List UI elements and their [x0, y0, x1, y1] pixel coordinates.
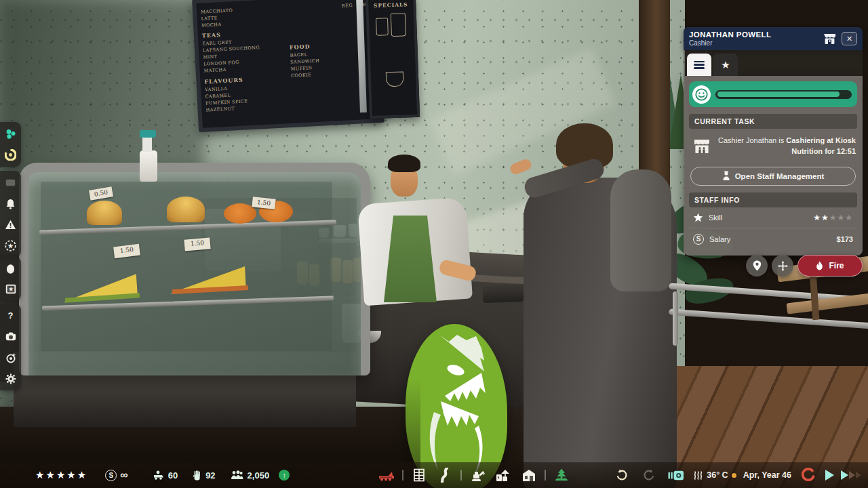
- staff-panel-tabs: ★: [684, 50, 863, 76]
- barista-hair: [388, 155, 420, 172]
- star-glyph: ★: [45, 469, 56, 481]
- photo-frame-icon[interactable]: ★: [5, 283, 16, 295]
- salary-coin-icon: S: [693, 234, 704, 245]
- sidebar-group-media: ★: [0, 256, 21, 301]
- workplace-shop-button[interactable]: [821, 31, 837, 46]
- staff-role: Cashier: [689, 39, 821, 47]
- facilities-tool-button[interactable]: [493, 467, 513, 483]
- staff-panel-header: JONATHAN POWELL Cashier ✕: [684, 27, 863, 50]
- open-staff-management-button[interactable]: Open Staff Management: [690, 167, 856, 186]
- flat-rides-tool-button[interactable]: [409, 467, 429, 483]
- customer-hood: [610, 169, 671, 291]
- current-task-header: CURRENT TASK: [689, 114, 857, 129]
- video-camera-icon: [668, 470, 684, 481]
- happiness-bar-track: [715, 90, 852, 99]
- tab-favorite[interactable]: ★: [713, 54, 738, 76]
- menu-food-list: BAGELSANDWICHMUFFINCOOKIE: [290, 49, 338, 79]
- staff-stat[interactable]: 92: [193, 470, 215, 481]
- staff-name: JONATHAN POWELL: [689, 30, 821, 39]
- star-glyph: ★: [813, 213, 821, 222]
- fast-forward-icon: [841, 470, 848, 480]
- paths-tool-button[interactable]: [435, 467, 455, 483]
- svg-text:★: ★: [7, 243, 14, 249]
- metal-rail: [669, 309, 868, 329]
- star-glyph: ★: [821, 213, 829, 222]
- settings-gear-icon[interactable]: [5, 373, 16, 384]
- star-glyph: ★: [837, 213, 845, 222]
- scenery-tool-button[interactable]: [519, 467, 539, 483]
- inbox-icon[interactable]: [5, 177, 16, 188]
- menu-flavour-list: VANILLACARAMELPUMPKIN SPICEHAZELNUT: [205, 82, 286, 113]
- happiness-smiley-icon: [692, 85, 711, 104]
- counter-terminal: [483, 284, 524, 303]
- sim-speed-dial[interactable]: [798, 467, 818, 483]
- hand-icon: [193, 470, 201, 481]
- cup-sketch: [376, 18, 389, 36]
- photo-mode-icon[interactable]: [5, 352, 16, 363]
- park-rating-stars[interactable]: ★★★★★: [35, 469, 87, 481]
- tab-overview[interactable]: [687, 54, 711, 76]
- close-button[interactable]: ✕: [842, 32, 857, 45]
- rides-stat[interactable]: 60: [153, 470, 178, 481]
- guests-stat[interactable]: 2,050: [231, 470, 270, 481]
- cup-sketch: [386, 71, 404, 87]
- specials-board: SPECIALS: [366, 0, 420, 119]
- undo-button[interactable]: [612, 467, 632, 483]
- skill-row: Skill ★★★★★: [689, 207, 857, 228]
- staff-panel-actions: Fire: [684, 255, 863, 277]
- weather-display[interactable]: 36° C: [693, 470, 736, 481]
- funds-display[interactable]: S ∞: [105, 469, 127, 481]
- salary-row: S Salary $173: [689, 228, 857, 250]
- trend-up-badge: ↑: [279, 470, 290, 481]
- menu-tea-list: EARL GREYLAPSANG SOUCHONGMINTLONDON FOGM…: [202, 37, 283, 75]
- facilities-icon: [495, 468, 511, 482]
- kiosk-icon: [693, 138, 711, 155]
- fire-button[interactable]: Fire: [797, 255, 863, 277]
- map-pin-icon: [753, 260, 762, 271]
- time-controls: 36° C Apr, Year 46: [612, 467, 861, 483]
- redo-button[interactable]: [639, 467, 659, 483]
- alerts-warning-icon[interactable]: [5, 219, 16, 230]
- fast-forward-icon-dim: [849, 471, 855, 479]
- guest-thoughts-icon[interactable]: [5, 128, 16, 140]
- cup-sketch: [391, 13, 406, 37]
- park-management-icon[interactable]: [5, 149, 16, 161]
- money-coin-icon: S: [105, 470, 117, 481]
- salary-label: Salary: [709, 235, 831, 243]
- skill-label: Skill: [709, 214, 808, 222]
- move-staff-button[interactable]: [772, 255, 793, 277]
- guests-icon: [231, 470, 243, 480]
- egg-icon[interactable]: [5, 262, 16, 274]
- play-button[interactable]: [825, 470, 834, 481]
- star-glyph: ★: [35, 469, 45, 481]
- game-date[interactable]: Apr, Year 46: [743, 470, 791, 480]
- star-glyph: ★: [845, 213, 853, 222]
- locate-staff-button[interactable]: [746, 255, 768, 277]
- ride-icon: [153, 470, 164, 480]
- rides-tool-button[interactable]: [376, 467, 397, 483]
- spray-bottle: [140, 150, 157, 182]
- open-staff-management-label: Open Staff Management: [735, 172, 825, 180]
- fast-forward-button[interactable]: [841, 470, 861, 480]
- notifications-bell-icon[interactable]: [5, 198, 16, 209]
- path-icon: [440, 468, 450, 483]
- price-tag: 1.50: [184, 237, 210, 251]
- sidebar-group-system: ?: [0, 304, 21, 390]
- help-icon[interactable]: ?: [5, 310, 16, 321]
- bottom-bar: ★★★★★ S ∞ 60 92 2,050 ↑: [0, 462, 868, 488]
- build-toolbar: [376, 467, 572, 483]
- star-glyph: ★: [66, 469, 77, 481]
- rail-post: [673, 291, 678, 346]
- camera-icon[interactable]: [5, 331, 16, 342]
- terrain-tool-button[interactable]: [467, 467, 488, 483]
- rides-count: 60: [168, 470, 178, 481]
- challenges-star-icon[interactable]: ★: [5, 240, 16, 251]
- muffin: [87, 201, 122, 225]
- skill-stars: ★★★★★: [813, 213, 853, 222]
- undo-icon: [616, 469, 628, 481]
- hamburger-icon: [694, 61, 705, 69]
- nature-tool-button[interactable]: [551, 467, 572, 483]
- camera-mode-button[interactable]: [666, 467, 686, 483]
- fast-forward-icon-dim: [856, 472, 861, 479]
- track-grid-icon: [413, 468, 425, 482]
